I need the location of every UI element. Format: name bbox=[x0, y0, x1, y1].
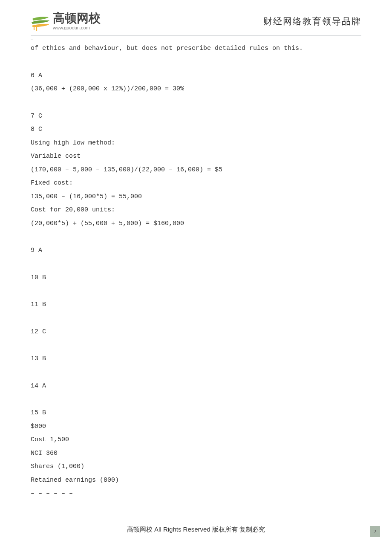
page-footer: 高顿网校 All Rights Reserved 版权所有 复制必究 bbox=[0, 526, 392, 534]
page-number: 2 bbox=[370, 526, 380, 537]
answer-6-header: 6 A bbox=[31, 69, 361, 83]
answer-8-varcost-calc: (170,000 – 5,000 – 135,000)/(22,000 – 16… bbox=[31, 163, 361, 177]
logo-icon bbox=[31, 12, 50, 31]
answer-8-fixedcost-label: Fixed cost: bbox=[31, 176, 361, 190]
logo-url-text: www.gaodun.com bbox=[53, 25, 101, 30]
answer-6-calc: (36,000 + (200,000 x 12%))/200,000 = 30% bbox=[31, 82, 361, 96]
continuation-mark: = bbox=[31, 38, 361, 42]
answer-15-dashes: – – – – – – bbox=[31, 487, 361, 500]
body-line: of ethics and behaviour, but does not pr… bbox=[31, 42, 361, 55]
answer-8-fixedcost-calc: 135,000 – (16,000*5) = 55,000 bbox=[31, 190, 361, 204]
logo-cn-text: 高顿网校 bbox=[53, 12, 101, 24]
footer-suffix: 版权所有 复制必究 bbox=[210, 526, 265, 533]
answer-8: 8 C bbox=[31, 123, 361, 136]
answer-15-nci: NCI 360 bbox=[31, 447, 361, 460]
footer-prefix: 高顿网校 bbox=[127, 526, 154, 533]
document-body: = of ethics and behaviour, but does not … bbox=[0, 35, 392, 500]
answer-11: 11 B bbox=[31, 298, 361, 312]
answer-15-cost: Cost 1,500 bbox=[31, 433, 361, 447]
footer-rights: All Rights Reserved bbox=[154, 526, 210, 533]
logo-block: 高顿网校 www.gaodun.com bbox=[31, 12, 101, 31]
answer-13: 13 B bbox=[31, 352, 361, 366]
answer-7: 7 C bbox=[31, 110, 361, 123]
answer-8-cost20k-label: Cost for 20,000 units: bbox=[31, 203, 361, 217]
page-header: 高顿网校 www.gaodun.com 财经网络教育领导品牌 bbox=[0, 0, 392, 32]
answer-15-re: Retained earnings (800) bbox=[31, 474, 361, 487]
answer-8-cost20k-calc: (20,000*5) + (55,000 + 5,000) = $160,000 bbox=[31, 217, 361, 231]
header-tagline: 财经网络教育领导品牌 bbox=[263, 15, 361, 27]
answer-9: 9 A bbox=[31, 244, 361, 257]
answer-15-000: $000 bbox=[31, 420, 361, 434]
answer-8-varcost-label: Variable cost bbox=[31, 150, 361, 163]
answer-8-method: Using high low method: bbox=[31, 136, 361, 150]
answer-12: 12 C bbox=[31, 325, 361, 339]
answer-14: 14 A bbox=[31, 379, 361, 393]
answer-10: 10 B bbox=[31, 271, 361, 285]
logo-text: 高顿网校 www.gaodun.com bbox=[53, 12, 101, 30]
answer-15: 15 B bbox=[31, 406, 361, 420]
answer-15-shares: Shares (1,000) bbox=[31, 460, 361, 474]
